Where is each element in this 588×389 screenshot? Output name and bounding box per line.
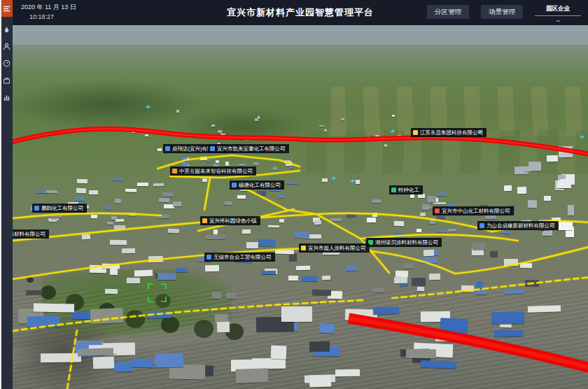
building	[148, 256, 163, 263]
building	[206, 234, 225, 239]
forest-patch	[13, 80, 202, 129]
building	[71, 312, 90, 319]
building	[372, 199, 381, 203]
building	[34, 303, 74, 312]
building	[90, 308, 124, 324]
building	[271, 346, 287, 359]
sidebar-item-gauge[interactable]	[0, 55, 13, 71]
building	[181, 162, 188, 166]
sidebar-item-stats[interactable]	[0, 88, 13, 105]
building	[405, 263, 413, 269]
scene-manage-button[interactable]: 场景管理	[481, 5, 523, 19]
building	[115, 219, 124, 222]
top-header-bar: 2020 年 11 月 13 日 10:18:27 宜兴市新材料产业园智慧管理平…	[13, 0, 588, 25]
building	[78, 348, 113, 355]
building	[546, 155, 557, 162]
company-name: 特种化工	[398, 185, 419, 194]
building	[225, 201, 232, 205]
building	[544, 195, 551, 201]
company-label[interactable]: 宜兴市凯美宜馨化工有限公司	[208, 144, 289, 153]
building	[472, 243, 486, 250]
building	[367, 217, 376, 222]
building	[312, 289, 332, 295]
company-label[interactable]: 力山合成橡胶新材料有限公司	[477, 221, 559, 230]
building	[296, 265, 310, 269]
building	[51, 216, 62, 218]
building	[46, 190, 57, 193]
building	[102, 263, 119, 268]
building	[168, 228, 179, 233]
park-enterprise-label: 园区企业	[546, 5, 570, 15]
company-marker-icon	[206, 255, 211, 260]
building	[105, 289, 118, 295]
building	[519, 263, 532, 268]
flame-icon	[3, 26, 10, 34]
company-marker-icon	[301, 246, 306, 250]
company-label[interactable]: 湖州诺贝涂料材料有限公司	[366, 238, 442, 247]
building	[372, 213, 378, 217]
company-marker-icon	[479, 223, 484, 228]
company-label[interactable]: 横塘化工有限公司	[230, 181, 284, 190]
building	[226, 292, 236, 299]
building	[528, 200, 537, 208]
building	[26, 290, 43, 295]
building	[220, 134, 225, 136]
smart-park-platform-window: { "header": { "date": "2020 年 11 月 13 日"…	[0, 0, 588, 389]
building	[319, 125, 324, 127]
building	[82, 234, 91, 240]
company-name: 横塘化工有限公司	[239, 181, 281, 190]
building	[93, 357, 114, 369]
company-label[interactable]: 中苏方圆未来智谷科技有限公司	[170, 167, 256, 176]
company-label[interactable]: 宜兴环科园绿色小镇	[200, 216, 260, 225]
park-enterprise-dropdown[interactable]: 园区企业 ⌄	[535, 5, 581, 23]
building	[258, 239, 275, 247]
building	[258, 116, 260, 119]
company-marker-icon	[202, 218, 207, 223]
building	[309, 341, 330, 351]
building	[217, 322, 230, 332]
company-label[interactable]: 江苏永昌集团科技有限公司	[411, 128, 486, 137]
building	[132, 359, 154, 368]
building	[179, 157, 187, 160]
building	[279, 219, 284, 222]
building	[281, 306, 312, 322]
building	[302, 276, 317, 282]
building	[114, 362, 133, 372]
company-label[interactable]: 无锡市合众工贸有限公司	[204, 253, 275, 262]
sidebar-item-menu[interactable]	[0, 0, 13, 17]
building	[212, 292, 221, 299]
building	[268, 225, 279, 227]
building	[252, 358, 286, 369]
building	[105, 206, 111, 210]
building	[127, 278, 140, 283]
building	[430, 220, 435, 225]
company-label[interactable]: 鹏鹞化工有限公司	[32, 204, 87, 213]
building	[410, 194, 414, 199]
building	[490, 250, 498, 257]
building	[176, 110, 178, 113]
building	[41, 353, 81, 363]
company-label[interactable]: 特种化工	[389, 185, 423, 194]
sidebar-item-factory[interactable]	[0, 71, 13, 88]
building	[372, 288, 384, 292]
time-text: 10:18:27	[29, 13, 54, 20]
zone-manage-button[interactable]: 分区管理	[427, 5, 469, 19]
building	[429, 273, 440, 279]
sidebar-item-person[interactable]	[0, 38, 13, 55]
building	[504, 185, 512, 191]
sidebar-item-fire[interactable]	[0, 21, 13, 38]
building	[330, 218, 342, 221]
building	[76, 188, 86, 193]
building	[424, 250, 435, 256]
company-label[interactable]: 宜兴市超人涂料有限公司	[299, 243, 370, 253]
building	[568, 205, 574, 215]
company-label[interactable]: 宜兴市中山化工材料有限公司	[433, 206, 514, 215]
forest-patch	[177, 108, 310, 146]
building	[416, 229, 421, 232]
company-marker-icon	[172, 169, 177, 174]
gauge-icon	[3, 59, 10, 67]
building	[218, 130, 222, 133]
company-name: 宜兴市中山化工材料有限公司	[442, 206, 510, 215]
building	[225, 162, 229, 166]
building	[145, 134, 149, 136]
